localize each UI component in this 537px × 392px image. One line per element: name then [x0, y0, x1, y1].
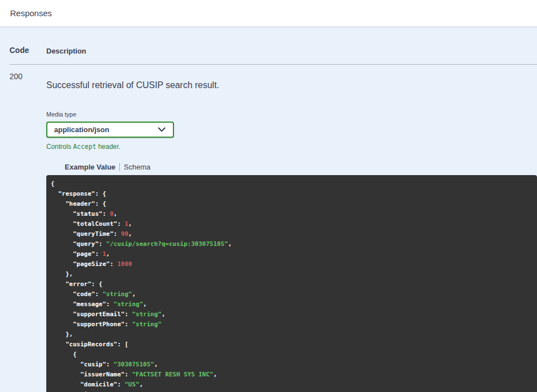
responses-title: Responses — [10, 8, 52, 18]
responses-table-header: Code Description — [0, 27, 537, 55]
responses-section: Responses Code Description 200 Successfu… — [0, 0, 537, 392]
accept-header-note: Controls Accept header. — [46, 143, 537, 151]
media-type-selected-value: application/json — [54, 125, 109, 134]
code-column-header: Code — [0, 46, 46, 55]
response-panel: Code Description 200 Successful retrieva… — [0, 27, 537, 392]
description-column-header: Description — [46, 46, 537, 55]
chevron-down-icon — [158, 127, 166, 132]
response-description: Successful retrieval of CUSIP search res… — [46, 80, 537, 90]
response-row: 200 Successful retrieval of CUSIP search… — [0, 65, 537, 392]
tab-schema[interactable]: Schema — [124, 163, 151, 171]
tab-divider — [119, 163, 120, 171]
media-type-label: Media type — [46, 111, 537, 118]
status-code: 200 — [0, 72, 46, 392]
accept-note-prefix: Controls — [46, 143, 73, 151]
responses-header: Responses — [0, 0, 537, 27]
response-example-code: { "response": { "header": { "status": 0,… — [46, 175, 537, 392]
accept-note-suffix: header. — [96, 143, 120, 151]
accept-note-code: Accept — [73, 143, 96, 151]
example-schema-tabs: Example Value Schema — [65, 162, 537, 171]
media-type-select[interactable]: application/json — [46, 122, 174, 138]
response-details: Successful retrieval of CUSIP search res… — [46, 72, 537, 392]
tab-example-value[interactable]: Example Value — [65, 163, 115, 171]
